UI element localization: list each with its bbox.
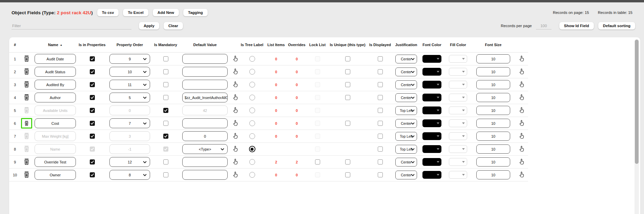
is-in-properties-checkbox[interactable] <box>90 56 95 61</box>
is-tree-label-radio[interactable] <box>249 82 255 87</box>
property-order-select[interactable]: 12 <box>109 157 150 167</box>
is-mandatory-checkbox[interactable] <box>163 108 168 113</box>
is-tree-label-radio[interactable] <box>249 120 255 126</box>
row-action-hand-button[interactable] <box>519 94 525 101</box>
font-size-input[interactable]: 10 <box>476 119 510 128</box>
font-color-select[interactable] <box>422 158 441 166</box>
font-color-select[interactable] <box>422 68 441 76</box>
name-input[interactable]: Cost <box>35 118 76 128</box>
overrides-count[interactable]: 0 <box>296 109 298 113</box>
is-tree-label-radio[interactable] <box>249 108 255 113</box>
default-value-input[interactable] <box>182 54 228 64</box>
row-edit-hand-button[interactable] <box>232 81 239 88</box>
clear-button[interactable]: Clear <box>164 22 183 30</box>
font-color-select[interactable] <box>422 171 441 179</box>
fill-color-select[interactable] <box>449 145 467 153</box>
list-items-count[interactable]: 0 <box>275 121 277 125</box>
default-value-input[interactable] <box>182 157 228 167</box>
is-tree-label-radio[interactable] <box>249 133 255 139</box>
list-items-count[interactable]: 0 <box>275 173 277 177</box>
overrides-count[interactable]: 0 <box>296 173 298 177</box>
font-color-select[interactable] <box>422 106 441 114</box>
fill-color-select[interactable] <box>449 119 467 127</box>
default-value-input[interactable] <box>182 118 228 128</box>
overrides-count[interactable]: 2 <box>296 160 298 164</box>
is-displayed-checkbox[interactable] <box>378 159 383 164</box>
list-items-count[interactable]: 0 <box>275 134 277 138</box>
col-header-name[interactable]: Name▲ <box>32 37 78 53</box>
row-edit-hand-button[interactable] <box>232 94 239 101</box>
is-displayed-checkbox[interactable] <box>378 82 383 87</box>
row-action-hand-button[interactable] <box>519 55 525 62</box>
delete-row-button[interactable] <box>23 67 30 75</box>
name-input[interactable]: Override Test <box>35 157 76 167</box>
font-size-input[interactable]: 10 <box>476 80 510 89</box>
to-excel-button[interactable]: To Excel <box>123 9 148 16</box>
delete-row-button[interactable] <box>23 93 30 101</box>
is-displayed-checkbox[interactable] <box>378 121 383 126</box>
filter-input[interactable] <box>12 22 131 30</box>
font-color-select[interactable] <box>422 119 441 127</box>
row-edit-hand-button[interactable] <box>232 68 239 75</box>
is-tree-label-radio[interactable] <box>249 172 255 178</box>
justification-select[interactable]: Top Left <box>395 132 417 141</box>
is-unique-checkbox[interactable] <box>345 172 350 177</box>
name-input[interactable]: Audited By <box>35 80 76 90</box>
lock-list-checkbox[interactable] <box>315 159 320 164</box>
is-in-properties-checkbox[interactable] <box>90 159 95 164</box>
is-unique-checkbox[interactable] <box>345 69 350 74</box>
fill-color-select[interactable] <box>449 132 467 140</box>
default-value-input[interactable]: 0 <box>182 131 228 141</box>
property-order-select[interactable]: 5 <box>109 93 150 102</box>
font-size-input[interactable]: 10 <box>476 106 510 115</box>
vertical-scrollbar-thumb[interactable] <box>635 40 639 164</box>
fill-color-select[interactable] <box>449 55 467 63</box>
is-in-properties-checkbox[interactable] <box>90 121 95 126</box>
justification-select[interactable]: Center <box>395 80 417 89</box>
is-mandatory-checkbox[interactable] <box>163 172 168 177</box>
delete-row-button[interactable] <box>23 171 30 178</box>
row-action-hand-button[interactable] <box>519 158 525 165</box>
row-edit-hand-button[interactable] <box>232 145 239 152</box>
property-order-select[interactable]: 8 <box>109 170 150 180</box>
to-csv-button[interactable]: To csv <box>97 9 119 16</box>
property-order-select[interactable]: 10 <box>109 67 150 77</box>
justification-select[interactable]: Center <box>395 55 417 63</box>
overrides-count[interactable]: 0 <box>296 134 298 138</box>
property-order-select[interactable]: 11 <box>109 80 150 90</box>
default-value-select[interactable]: <Type> <box>182 144 228 154</box>
is-in-properties-checkbox[interactable] <box>90 69 95 74</box>
is-mandatory-checkbox[interactable] <box>163 82 168 87</box>
is-displayed-checkbox[interactable] <box>378 69 383 74</box>
property-order-select[interactable]: 9 <box>109 54 150 64</box>
is-in-properties-checkbox[interactable] <box>90 82 95 87</box>
is-tree-label-radio[interactable] <box>249 56 255 62</box>
vertical-scrollbar[interactable] <box>635 39 639 214</box>
default-value-input[interactable] <box>182 67 228 77</box>
property-order-select[interactable]: 7 <box>109 118 150 128</box>
row-edit-hand-button[interactable] <box>232 106 239 114</box>
justification-select[interactable]: Center <box>395 93 417 102</box>
list-items-count[interactable]: 0 <box>275 70 277 74</box>
is-displayed-checkbox[interactable] <box>378 172 383 177</box>
justification-select[interactable]: Center <box>395 119 417 128</box>
overrides-count[interactable]: 0 <box>296 96 298 100</box>
fill-color-select[interactable] <box>449 68 467 76</box>
is-in-properties-checkbox[interactable] <box>90 95 95 100</box>
justification-select[interactable]: Center <box>395 67 417 76</box>
row-action-hand-button[interactable] <box>519 132 525 139</box>
is-unique-checkbox[interactable] <box>345 95 350 100</box>
justification-select[interactable]: Top Left <box>395 106 417 115</box>
name-input[interactable]: Author <box>35 93 76 102</box>
fill-color-select[interactable] <box>449 106 467 114</box>
is-mandatory-checkbox[interactable] <box>163 134 168 139</box>
row-action-hand-button[interactable] <box>519 145 525 152</box>
overrides-count[interactable]: 0 <box>296 121 298 125</box>
list-items-count[interactable]: 2 <box>275 160 277 164</box>
row-action-hand-button[interactable] <box>519 81 525 88</box>
row-action-hand-button[interactable] <box>519 68 525 75</box>
font-color-select[interactable] <box>422 81 441 89</box>
fill-color-select[interactable] <box>449 158 467 166</box>
font-size-input[interactable]: 10 <box>476 54 510 63</box>
default-value-input[interactable] <box>182 170 228 180</box>
